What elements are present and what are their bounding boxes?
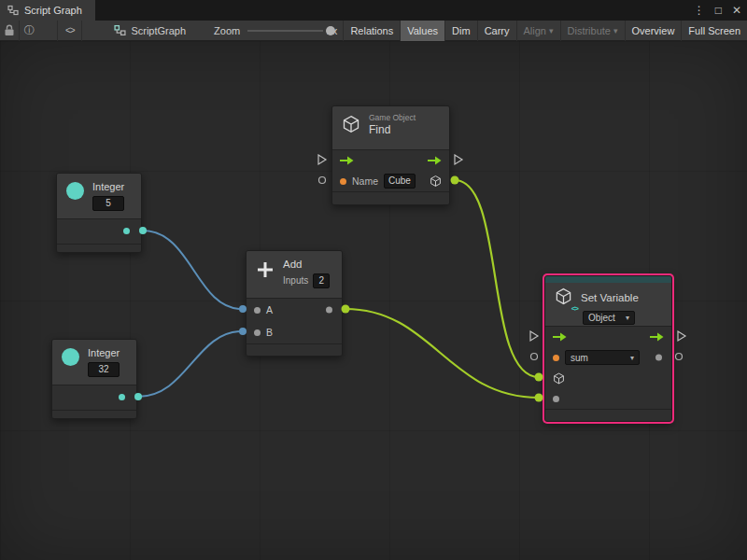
name-value-field[interactable]: Cube bbox=[384, 174, 416, 189]
node-integer-b[interactable]: Integer 32 bbox=[51, 339, 137, 419]
code-icon: <> bbox=[571, 304, 578, 313]
node-find[interactable]: Game Object Find Name Cube bbox=[331, 105, 450, 205]
info-icon: ⓘ bbox=[24, 23, 35, 37]
graph-toolbar: ⓘ <> ScriptGraph Zoom 1x Relations Value… bbox=[0, 21, 747, 41]
flow-in-port[interactable] bbox=[553, 332, 567, 342]
tab-script-graph[interactable]: Script Graph bbox=[0, 0, 95, 21]
chevron-down-icon: ▾ bbox=[626, 314, 629, 322]
variable-kind-dropdown[interactable]: Object ▾ bbox=[583, 311, 635, 325]
toolbar-button-align[interactable]: Align ▾ bbox=[517, 21, 560, 41]
cube-icon bbox=[553, 372, 565, 385]
connector-set-variable-flow-in[interactable] bbox=[530, 331, 538, 341]
toolbar-button-relations[interactable]: Relations bbox=[344, 21, 400, 41]
connector-find-flow-out[interactable] bbox=[455, 155, 462, 164]
integer-value-field[interactable]: 5 bbox=[92, 196, 124, 211]
chevron-down-icon: ▾ bbox=[613, 21, 618, 41]
connector-set-variable-value-in[interactable] bbox=[535, 394, 543, 402]
input-value-port[interactable] bbox=[553, 396, 559, 402]
source-object-port[interactable] bbox=[553, 372, 565, 385]
node-title: Set Variable bbox=[581, 292, 639, 304]
window-titlebar: Script Graph ⋮ □ ✕ bbox=[0, 0, 747, 21]
node-add[interactable]: Add Inputs 2 A B bbox=[246, 250, 343, 357]
integer-type-icon bbox=[66, 182, 84, 200]
chevron-down-icon: ▾ bbox=[549, 21, 554, 41]
zoom-slider-knob[interactable] bbox=[326, 26, 335, 35]
code-icon: <> bbox=[65, 25, 75, 35]
connector-set-variable-value-out[interactable] bbox=[676, 354, 683, 360]
close-button[interactable]: ✕ bbox=[732, 0, 741, 21]
flow-out-port[interactable] bbox=[650, 332, 664, 342]
flow-out-port[interactable] bbox=[428, 156, 442, 165]
wire-find-to-set-variable-source[interactable] bbox=[455, 180, 539, 377]
port-label-b: B bbox=[266, 327, 273, 338]
zoom-slider-track[interactable] bbox=[247, 30, 323, 32]
node-integer-a[interactable]: Integer 5 bbox=[56, 173, 142, 253]
wire-integer-b-to-add-b[interactable] bbox=[138, 331, 242, 397]
game-object-output-port[interactable] bbox=[430, 175, 442, 188]
port-label-a: A bbox=[266, 304, 273, 315]
variable-name-dropdown[interactable]: sum ▾ bbox=[565, 350, 640, 365]
name-label: Name bbox=[352, 175, 378, 187]
chevron-down-icon: ▾ bbox=[630, 354, 634, 362]
separator bbox=[81, 21, 82, 41]
zoom-slider[interactable] bbox=[247, 21, 323, 41]
graph-breadcrumb[interactable]: ScriptGraph bbox=[114, 24, 186, 36]
lock-icon bbox=[4, 24, 15, 36]
graph-canvas[interactable]: Integer 5 Integer 32 bbox=[0, 41, 747, 560]
inputs-label: Inputs bbox=[283, 276, 308, 286]
tab-title: Script Graph bbox=[24, 5, 82, 16]
edit-code-button[interactable]: <> bbox=[58, 21, 81, 41]
output-port[interactable] bbox=[119, 394, 125, 400]
integer-value-field[interactable]: 32 bbox=[88, 362, 120, 377]
set-variable-icon: <> bbox=[555, 287, 573, 309]
graph-tab-icon bbox=[7, 5, 19, 16]
window-menu-button[interactable]: ⋮ bbox=[694, 0, 705, 21]
toolbar-button-distribute[interactable]: Distribute ▾ bbox=[561, 21, 625, 41]
connector-set-variable-flow-out[interactable] bbox=[678, 331, 685, 341]
output-value-port[interactable] bbox=[655, 355, 662, 361]
variable-name-port[interactable] bbox=[553, 355, 559, 361]
info-button[interactable]: ⓘ bbox=[20, 21, 38, 41]
toolbar-button-dim[interactable]: Dim bbox=[445, 21, 477, 41]
connector-set-variable-source-in[interactable] bbox=[535, 373, 543, 382]
toolbar-button-values[interactable]: Values bbox=[401, 21, 444, 41]
maximize-button[interactable]: □ bbox=[715, 0, 722, 21]
node-title: Integer bbox=[92, 181, 124, 193]
script-graph-icon bbox=[114, 24, 126, 36]
input-port-b[interactable] bbox=[254, 329, 261, 336]
input-port-a[interactable] bbox=[254, 307, 261, 314]
connector-set-variable-name-in[interactable] bbox=[531, 354, 538, 360]
flow-in-port[interactable] bbox=[340, 156, 354, 165]
output-port-sum[interactable] bbox=[326, 307, 332, 314]
toolbar-button-fullscreen[interactable]: Full Screen bbox=[682, 21, 747, 41]
integer-type-icon bbox=[62, 348, 79, 366]
game-object-icon bbox=[342, 115, 360, 133]
add-icon bbox=[256, 260, 275, 279]
node-title: Integer bbox=[88, 347, 120, 359]
cube-icon bbox=[430, 175, 442, 188]
node-title: Find bbox=[369, 124, 416, 136]
graph-name-label: ScriptGraph bbox=[131, 25, 186, 36]
node-category: Game Object bbox=[369, 113, 416, 122]
zoom-label: Zoom bbox=[214, 25, 240, 36]
connector-find-flow-in[interactable] bbox=[318, 155, 326, 164]
node-set-variable[interactable]: <> Set Variable Object ▾ bbox=[544, 275, 672, 422]
wire-add-to-set-variable-value[interactable] bbox=[345, 309, 539, 398]
lock-button[interactable] bbox=[0, 21, 19, 41]
wire-integer-a-to-add-a[interactable] bbox=[143, 231, 242, 309]
toolbar-button-overview[interactable]: Overview bbox=[626, 21, 682, 41]
node-title: Add bbox=[283, 259, 330, 271]
inputs-count-field[interactable]: 2 bbox=[313, 273, 330, 288]
connector-find-name-in[interactable] bbox=[319, 177, 326, 184]
name-input-port[interactable] bbox=[340, 178, 346, 185]
connector-find-out[interactable] bbox=[451, 176, 459, 185]
output-port[interactable] bbox=[123, 228, 130, 234]
toolbar-button-carry[interactable]: Carry bbox=[478, 21, 516, 41]
variable-accent-strip bbox=[545, 276, 671, 283]
